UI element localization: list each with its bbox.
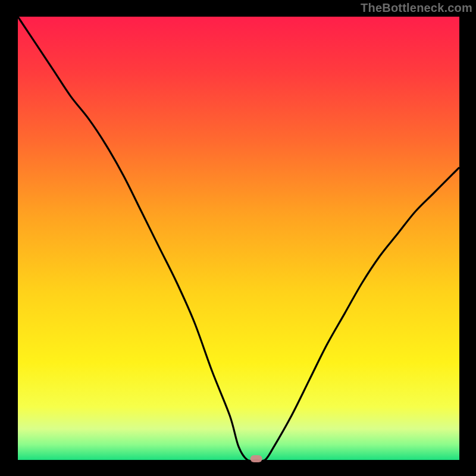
minimum-marker	[250, 455, 262, 462]
chart-container: TheBottleneck.com	[0, 0, 476, 476]
bottleneck-chart	[0, 0, 476, 476]
